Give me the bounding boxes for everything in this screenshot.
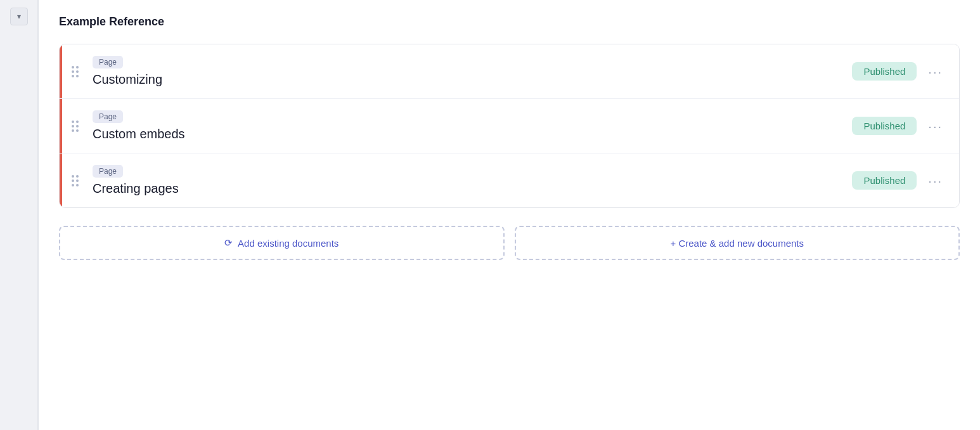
sidebar-toggle-area: ▾ [0, 0, 38, 430]
more-options-button[interactable]: ··· [924, 172, 946, 190]
drag-handle[interactable] [60, 51, 90, 93]
doc-actions: Published ··· [852, 117, 959, 135]
create-new-button[interactable]: + Create & add new documents [515, 226, 960, 260]
status-badge: Published [852, 117, 917, 135]
doc-info: Page Custom embeds [90, 99, 852, 153]
add-existing-label: Add existing documents [238, 238, 338, 249]
selection-indicator [60, 44, 62, 98]
more-options-button[interactable]: ··· [924, 63, 946, 81]
doc-info: Page Creating pages [90, 153, 852, 207]
status-badge: Published [852, 62, 917, 81]
action-buttons-row: ⟳ Add existing documents + Create & add … [59, 226, 960, 260]
doc-info: Page Customizing [90, 44, 852, 98]
doc-type-badge: Page [93, 110, 123, 123]
more-options-button[interactable]: ··· [924, 117, 946, 135]
doc-title[interactable]: Customizing [93, 72, 844, 87]
create-new-label: + Create & add new documents [670, 238, 804, 249]
table-row: Page Creating pages Published ··· [60, 153, 959, 207]
main-content: Example Reference Page Customizing Publi… [38, 0, 980, 430]
sidebar-toggle-button[interactable]: ▾ [10, 8, 28, 25]
drag-handle[interactable] [60, 160, 90, 202]
status-badge: Published [852, 171, 917, 190]
doc-type-badge: Page [93, 56, 123, 68]
drag-dots-icon [72, 121, 79, 132]
chevron-down-icon: ▾ [17, 12, 21, 21]
drag-dots-icon [72, 175, 79, 186]
doc-type-badge: Page [93, 165, 123, 178]
doc-actions: Published ··· [852, 62, 959, 81]
documents-list: Page Customizing Published ··· Page Cust… [59, 44, 960, 208]
drag-dots-icon [72, 66, 79, 77]
add-existing-button[interactable]: ⟳ Add existing documents [59, 226, 505, 260]
doc-actions: Published ··· [852, 171, 959, 190]
doc-title[interactable]: Creating pages [93, 181, 844, 196]
selection-indicator [60, 153, 62, 207]
drag-handle[interactable] [60, 105, 90, 147]
table-row: Page Custom embeds Published ··· [60, 99, 959, 153]
page-title: Example Reference [59, 15, 960, 29]
table-row: Page Customizing Published ··· [60, 44, 959, 99]
selection-indicator [60, 99, 62, 153]
link-icon: ⟳ [224, 237, 233, 249]
doc-title[interactable]: Custom embeds [93, 127, 844, 141]
